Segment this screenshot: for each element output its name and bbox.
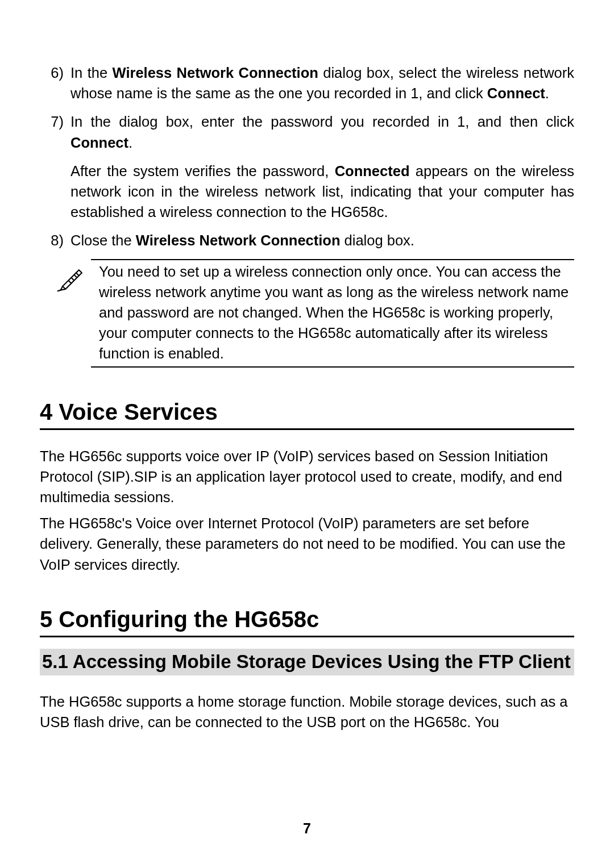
note-pen-icon (57, 261, 88, 294)
step-item: 8) Close the Wireless Network Connection… (40, 230, 574, 251)
note-block: You need to set up a wireless connection… (40, 259, 574, 368)
page-number: 7 (0, 820, 614, 837)
section-4-paragraph-1: The HG656c supports voice over IP (VoIP)… (40, 446, 574, 508)
section-4-paragraph-2: The HG658c's Voice over Internet Protoco… (40, 513, 574, 575)
step-item: 7) In the dialog box, enter the password… (40, 111, 574, 222)
section-5-1-heading: 5.1 Accessing Mobile Storage Devices Usi… (40, 649, 574, 675)
note-rule-bottom (91, 366, 574, 368)
step-body: Close the Wireless Network Connection di… (70, 230, 574, 251)
section-5-1-paragraph-1: The HG658c supports a home storage funct… (40, 691, 574, 732)
step-body: In the dialog box, enter the password yo… (70, 111, 574, 222)
step-marker: 8) (40, 230, 64, 251)
section-5-heading: 5 Configuring the HG658c (40, 607, 574, 637)
step-marker: 6) (40, 62, 64, 103)
step-body: In the Wireless Network Connection dialo… (70, 62, 574, 103)
note-text: You need to set up a wireless connection… (99, 261, 574, 364)
step-item: 6) In the Wireless Network Connection di… (40, 62, 574, 103)
section-4-heading: 4 Voice Services (40, 399, 574, 430)
document-page: 6) In the Wireless Network Connection di… (0, 0, 614, 868)
step-list: 6) In the Wireless Network Connection di… (40, 62, 574, 251)
step-marker: 7) (40, 111, 64, 222)
